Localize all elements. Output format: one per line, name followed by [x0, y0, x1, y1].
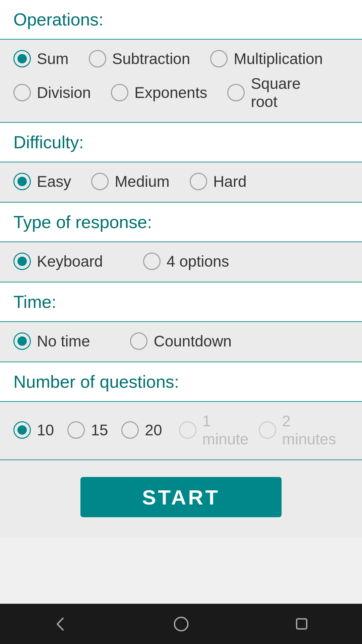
- option-1min: 1 minute: [179, 412, 249, 448]
- radio-countdown[interactable]: [130, 332, 147, 350]
- radio-15[interactable]: [67, 421, 85, 439]
- label-multiplication: Multiplication: [234, 50, 323, 68]
- radio-medium[interactable]: [91, 173, 109, 190]
- operations-label: Operations:: [13, 10, 104, 29]
- recents-button[interactable]: [293, 615, 311, 633]
- label-subtraction: Subtraction: [112, 50, 190, 68]
- option-multiplication[interactable]: Multiplication: [210, 50, 323, 68]
- radio-sum[interactable]: [13, 50, 31, 67]
- option-sum[interactable]: Sum: [13, 50, 69, 68]
- label-2min: 2 minutes: [282, 412, 336, 448]
- label-exponents: Exponents: [134, 84, 207, 102]
- option-countdown[interactable]: Countdown: [130, 332, 232, 350]
- option-keyboard[interactable]: Keyboard: [13, 252, 103, 270]
- label-countdown: Countdown: [154, 332, 232, 350]
- label-keyboard: Keyboard: [37, 252, 103, 270]
- option-10[interactable]: 10: [13, 421, 54, 439]
- option-hard[interactable]: Hard: [190, 172, 247, 191]
- label-easy: Easy: [37, 172, 71, 191]
- option-20[interactable]: 20: [121, 421, 162, 439]
- radio-easy[interactable]: [13, 173, 31, 190]
- svg-point-0: [174, 617, 188, 631]
- radio-no-time[interactable]: [13, 332, 31, 350]
- option-division[interactable]: Division: [13, 84, 91, 102]
- label-hard: Hard: [213, 172, 247, 191]
- label-no-time: No time: [37, 332, 90, 350]
- time-label: Time:: [13, 292, 56, 312]
- option-subtraction[interactable]: Subtraction: [89, 50, 190, 68]
- option-no-time[interactable]: No time: [13, 332, 90, 350]
- type-response-row: Keyboard 4 options: [13, 252, 349, 270]
- radio-four-options[interactable]: [143, 253, 161, 270]
- radio-10[interactable]: [13, 421, 31, 439]
- label-medium: Medium: [115, 172, 170, 191]
- option-square-root[interactable]: Square root: [227, 74, 328, 111]
- label-1min: 1 minute: [202, 412, 249, 448]
- num-questions-header: Number of questions:: [0, 362, 362, 402]
- radio-20[interactable]: [121, 421, 139, 439]
- num-questions-body: 10 15 20 1 minute 2 minutes: [0, 402, 362, 460]
- back-button[interactable]: [51, 615, 70, 633]
- num-questions-label: Number of questions:: [13, 372, 179, 391]
- radio-1min: [179, 421, 196, 439]
- label-division: Division: [37, 84, 91, 102]
- option-medium[interactable]: Medium: [91, 172, 170, 191]
- option-exponents[interactable]: Exponents: [111, 84, 207, 102]
- label-10: 10: [37, 421, 54, 439]
- radio-subtraction[interactable]: [89, 50, 106, 67]
- operations-row-1: Sum Subtraction Multiplication: [13, 50, 349, 68]
- option-15[interactable]: 15: [67, 421, 108, 439]
- radio-square-root[interactable]: [227, 84, 245, 101]
- difficulty-body: Easy Medium Hard: [0, 162, 362, 203]
- main-content: Operations: Sum Subtraction Multiplicati…: [0, 0, 362, 604]
- type-response-label: Type of response:: [13, 212, 152, 232]
- type-response-body: Keyboard 4 options: [0, 242, 362, 282]
- label-20: 20: [145, 421, 162, 439]
- svg-rect-1: [297, 619, 307, 629]
- time-row: No time Countdown: [13, 332, 349, 350]
- option-easy[interactable]: Easy: [13, 172, 71, 191]
- start-button-container: START: [0, 460, 362, 537]
- type-response-header: Type of response:: [0, 203, 362, 242]
- operations-row-2: Division Exponents Square root: [13, 74, 349, 111]
- label-four-options: 4 options: [167, 252, 229, 270]
- radio-exponents[interactable]: [111, 84, 128, 101]
- difficulty-label: Difficulty:: [13, 132, 84, 152]
- radio-multiplication[interactable]: [210, 50, 228, 67]
- num-questions-row: 10 15 20 1 minute 2 minutes: [13, 412, 349, 448]
- navigation-bar: [0, 604, 362, 644]
- radio-keyboard[interactable]: [13, 253, 31, 270]
- start-button[interactable]: START: [80, 477, 282, 517]
- label-15: 15: [91, 421, 108, 439]
- option-four-options[interactable]: 4 options: [143, 252, 229, 270]
- difficulty-row: Easy Medium Hard: [13, 172, 349, 191]
- option-2min: 2 minutes: [259, 412, 336, 448]
- home-button[interactable]: [172, 615, 190, 633]
- radio-2min: [259, 421, 276, 439]
- radio-hard[interactable]: [190, 173, 207, 190]
- time-header: Time:: [0, 282, 362, 322]
- operations-header: Operations:: [0, 0, 362, 40]
- difficulty-header: Difficulty:: [0, 123, 362, 162]
- time-body: No time Countdown: [0, 322, 362, 362]
- label-sum: Sum: [37, 50, 69, 68]
- radio-division[interactable]: [13, 84, 31, 101]
- operations-body: Sum Subtraction Multiplication Division …: [0, 40, 362, 123]
- label-square-root: Square root: [251, 74, 328, 111]
